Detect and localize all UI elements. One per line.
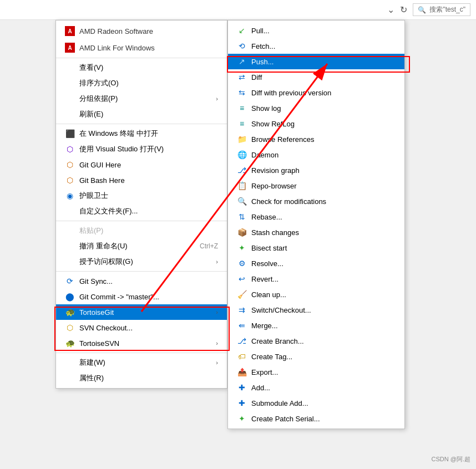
add-icon: ✚ [237, 383, 247, 392]
menu-item-show-reflog[interactable]: ≡ Show RefLog [228, 116, 404, 131]
repo-browser-label: Repo-browser [251, 182, 396, 190]
menu-item-group[interactable]: 分组依据(P) › [56, 91, 227, 106]
tortoisegit-icon: 🐢 [65, 307, 75, 317]
fetch-icon: ⟲ [237, 41, 247, 51]
menu-item-access[interactable]: 授予访问权限(G) › [56, 254, 227, 269]
menu-item-revert[interactable]: ↩ Revert... [228, 271, 404, 287]
menu-item-diff-prev[interactable]: ⇆ Diff with previous version [228, 85, 404, 100]
amd-radeon-item[interactable]: A AMD Radeon Software [56, 23, 227, 39]
fetch-label: Fetch... [251, 42, 396, 50]
show-log-icon: ≡ [237, 103, 247, 113]
menu-item-refresh[interactable]: 刷新(E) [56, 106, 227, 122]
menu-item-add[interactable]: ✚ Add... [228, 380, 404, 395]
undo-label: 撤消 重命名(U) [79, 241, 184, 251]
custom-folder-icon [65, 206, 75, 216]
menu-item-stash[interactable]: 📦 Stash changes [228, 225, 404, 240]
rebase-icon: ⇅ [237, 212, 247, 222]
menu-item-bisect-start[interactable]: ✦ Bisect start [228, 240, 404, 256]
chevron-down-icon[interactable]: ⌄ [387, 4, 394, 15]
menu-item-undo[interactable]: 撤消 重命名(U) Ctrl+Z [56, 238, 227, 254]
menu-item-eye-guard[interactable]: ◉ 护眼卫士 [56, 188, 227, 203]
menu-item-push[interactable]: ↗ Push... [228, 54, 404, 69]
menu-item-create-patch[interactable]: ✦ Create Patch Serial... [228, 411, 404, 426]
menu-item-submodule-add[interactable]: ✚ Submodule Add... [228, 395, 404, 411]
switch-icon: ⇉ [237, 305, 247, 315]
search-icon: 🔍 [418, 6, 426, 14]
git-bash-icon: ⬡ [65, 175, 75, 185]
separator-3 [56, 221, 227, 221]
menu-item-check-modifications[interactable]: 🔍 Check for modifications [228, 193, 404, 209]
sort-icon [65, 78, 75, 88]
revision-graph-label: Revision graph [251, 166, 396, 175]
vs-icon: ⬡ [65, 144, 75, 154]
search-placeholder: 搜索"test_c" [429, 5, 465, 14]
menu-item-vs[interactable]: ⬡ 使用 Visual Studio 打开(V) [56, 141, 227, 157]
amd-link-icon: A [65, 43, 75, 53]
cleanup-icon: 🧹 [237, 289, 247, 299]
pull-icon: ↙ [237, 26, 247, 35]
access-icon [65, 257, 75, 267]
menu-item-diff[interactable]: ⇄ Diff [228, 69, 404, 85]
submodule-icon: ✚ [237, 398, 247, 408]
export-label: Export... [251, 368, 396, 376]
tortoisegit-arrow: › [216, 309, 218, 315]
menu-item-git-sync[interactable]: ⟳ Git Sync... [56, 273, 227, 289]
menu-item-new[interactable]: 新建(W) › [56, 355, 227, 370]
menu-item-view[interactable]: 查看(V) [56, 60, 227, 75]
separator-1 [56, 58, 227, 58]
patch-label: Create Patch Serial... [251, 415, 396, 423]
refresh-icon[interactable]: ↻ [400, 4, 407, 15]
menu-item-merge[interactable]: ⇚ Merge... [228, 318, 404, 333]
refresh-menu-icon [65, 109, 75, 119]
diff-prev-icon: ⇆ [237, 88, 247, 98]
menu-item-browse-refs[interactable]: 📁 Browse References [228, 131, 404, 147]
menu-item-daemon[interactable]: 🌐 Daemon [228, 147, 404, 162]
search-box[interactable]: 🔍 搜索"test_c" [413, 3, 470, 16]
menu-item-show-log[interactable]: ≡ Show log [228, 100, 404, 116]
tortoisesvn-label: TortoiseSVN [79, 339, 211, 348]
menu-item-create-tag[interactable]: 🏷 Create Tag... [228, 349, 404, 364]
menu-item-tortoisesvn[interactable]: 🐢 TortoiseSVN › [56, 335, 227, 351]
menu-item-sort[interactable]: 排序方式(O) [56, 75, 227, 91]
menu-item-switch-checkout[interactable]: ⇉ Switch/Checkout... [228, 302, 404, 318]
tortoisegit-label: TortoiseGit [79, 308, 211, 317]
amd-icon: A [65, 26, 75, 36]
group-label: 分组依据(P) [79, 94, 211, 104]
left-context-menu: A AMD Radeon Software A AMD Link For Win… [55, 20, 227, 389]
amd-link-item[interactable]: A AMD Link For Windows [56, 39, 227, 56]
menu-item-export[interactable]: 📤 Export... [228, 364, 404, 380]
menu-item-tortoisegit[interactable]: 🐢 TortoiseGit › [56, 304, 227, 320]
export-icon: 📤 [237, 367, 247, 377]
menu-item-git-commit[interactable]: ⬤ Git Commit -> "master"... [56, 289, 227, 304]
git-bash-label: Git Bash Here [79, 176, 218, 185]
terminal-label: 在 Windows 终端 中打开 [79, 129, 218, 139]
sort-label: 排序方式(O) [79, 78, 218, 88]
menu-item-cleanup[interactable]: 🧹 Clean up... [228, 287, 404, 302]
menu-item-terminal[interactable]: ⬛ 在 Windows 终端 中打开 [56, 126, 227, 141]
menu-item-svn-checkout[interactable]: ⬡ SVN Checkout... [56, 320, 227, 335]
menu-item-fetch[interactable]: ⟲ Fetch... [228, 38, 404, 54]
resolve-label: Resolve... [251, 259, 396, 268]
menu-item-repo-browser[interactable]: 📋 Repo-browser [228, 178, 404, 193]
separator-5 [56, 353, 227, 353]
menu-item-revision-graph[interactable]: ⎇ Revision graph [228, 162, 404, 178]
menu-item-rebase[interactable]: ⇅ Rebase... [228, 209, 404, 225]
menu-item-create-branch[interactable]: ⎇ Create Branch... [228, 333, 404, 349]
branch-label: Create Branch... [251, 337, 396, 345]
menu-item-custom-folder[interactable]: 自定义文件夹(F)... [56, 203, 227, 219]
merge-label: Merge... [251, 322, 396, 330]
group-icon [65, 94, 75, 104]
menu-item-pull[interactable]: ↙ Pull... [228, 23, 404, 38]
menu-item-git-bash[interactable]: ⬡ Git Bash Here [56, 172, 227, 188]
menu-item-git-gui[interactable]: ⬡ Git GUI Here [56, 157, 227, 172]
git-sync-icon: ⟳ [65, 276, 75, 286]
diff-label: Diff [251, 73, 396, 81]
switch-label: Switch/Checkout... [251, 306, 396, 314]
new-arrow: › [216, 359, 218, 366]
cleanup-label: Clean up... [251, 290, 396, 299]
menu-item-resolve[interactable]: ⚙ Resolve... [228, 256, 404, 271]
amd-radeon-label: AMD Radeon Software [79, 27, 153, 35]
show-reflog-label: Show RefLog [251, 120, 396, 128]
menu-item-properties[interactable]: 属性(R) [56, 370, 227, 386]
vs-label: 使用 Visual Studio 打开(V) [79, 144, 218, 154]
